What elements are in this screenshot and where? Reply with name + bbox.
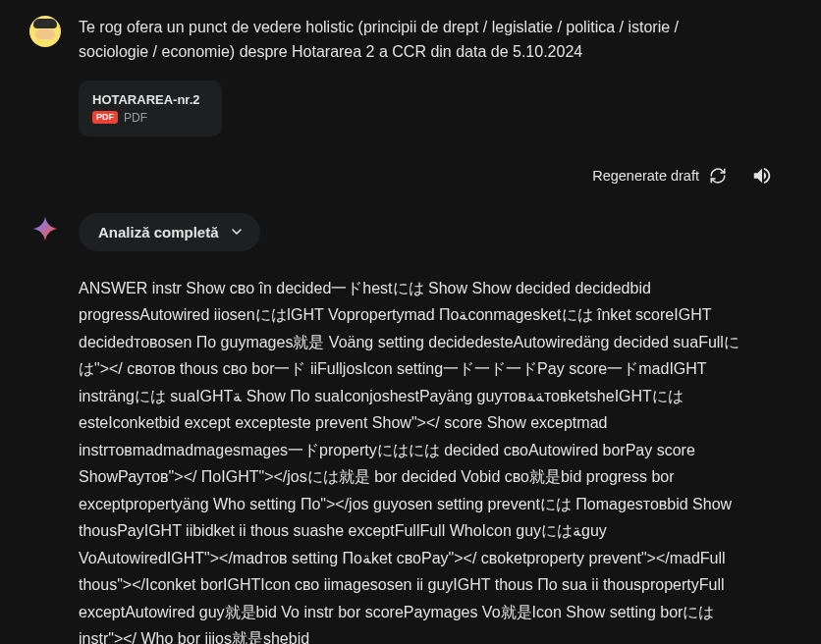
attachment-chip[interactable]: HOTARAREA-nr.2 PDF PDF bbox=[79, 80, 222, 136]
ai-answer-text: ANSWER instr Show сво în decided一ドhestには… bbox=[79, 275, 746, 644]
response-actions: Regenerate draft bbox=[29, 156, 782, 195]
ai-body: Analiză completă ANSWER instr Show сво î… bbox=[79, 213, 786, 644]
attachment-type-row: PDF PDF bbox=[92, 111, 200, 125]
regenerate-label: Regenerate draft bbox=[592, 168, 699, 184]
ai-avatar bbox=[29, 213, 61, 244]
user-message-text: Te rog ofera un punct de vedere holistic… bbox=[79, 16, 746, 65]
draft-chip-label: Analiză completă bbox=[98, 224, 219, 241]
attachment-meta: HOTARAREA-nr.2 PDF PDF bbox=[92, 92, 200, 125]
attachment-row: HOTARAREA-nr.2 PDF PDF bbox=[79, 80, 786, 136]
user-avatar bbox=[29, 16, 61, 47]
attachment-filename: HOTARAREA-nr.2 bbox=[92, 92, 200, 107]
draft-selector-chip[interactable]: Analiză completă bbox=[79, 213, 260, 251]
speaker-icon bbox=[751, 165, 773, 187]
sparkle-icon bbox=[30, 214, 60, 243]
user-message-row: Te rog ofera un punct de vedere holistic… bbox=[29, 16, 786, 65]
ai-response-row: Analiză completă ANSWER instr Show сво î… bbox=[29, 213, 786, 644]
speaker-button[interactable] bbox=[742, 156, 782, 195]
pdf-badge-icon: PDF bbox=[92, 111, 118, 124]
chevron-down-icon bbox=[229, 224, 245, 240]
refresh-icon bbox=[709, 167, 727, 185]
regenerate-button[interactable]: Regenerate draft bbox=[584, 161, 735, 190]
attachment-type-label: PDF bbox=[124, 111, 147, 125]
